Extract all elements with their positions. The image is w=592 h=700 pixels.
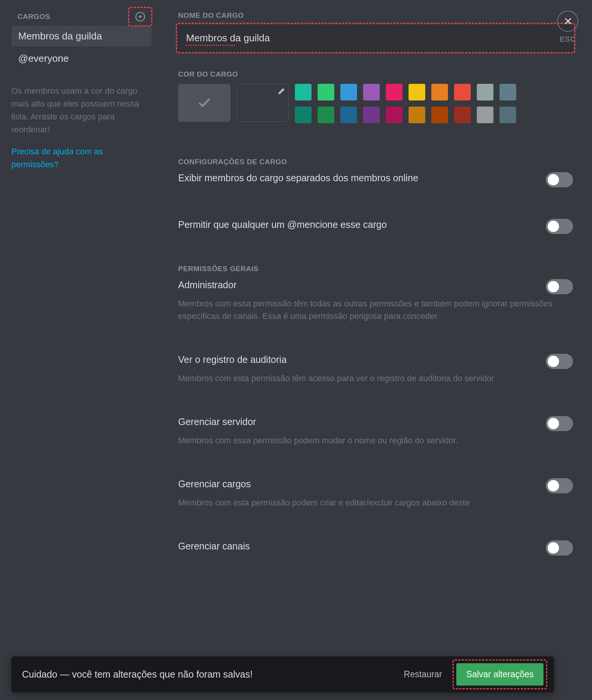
permission-title: Gerenciar canais [178, 540, 534, 553]
restore-button[interactable]: Restaurar [397, 665, 449, 684]
setting-toggle[interactable] [546, 219, 573, 234]
roles-sidebar: CARGOS Membros da guilda@everyone Os mem… [0, 0, 163, 700]
color-swatch[interactable] [409, 107, 425, 123]
permission-toggle[interactable] [546, 354, 573, 369]
color-swatch[interactable] [386, 84, 402, 100]
color-swatch[interactable] [409, 84, 425, 100]
permission-row: Gerenciar servidorMembros com essa permi… [178, 415, 573, 447]
sidebar-role-membros[interactable]: Membros da guilda [11, 26, 152, 47]
permissions-help-link[interactable]: Precisa de ajuda com as permissões? [11, 145, 152, 171]
main-divider [178, 337, 573, 338]
color-swatch[interactable] [340, 84, 357, 100]
close-label: ESC [557, 35, 578, 44]
color-swatch[interactable] [363, 107, 380, 123]
permission-toggle[interactable] [546, 540, 573, 556]
role-editor-main: NOME DO CARGO COR DO CARGO CONFIGURAÇÕES… [163, 0, 592, 700]
close-button[interactable]: ✕ [557, 11, 578, 32]
main-divider [178, 249, 573, 250]
permission-desc: Membros com esta permissão podem criar e… [178, 496, 573, 509]
color-swatch[interactable] [477, 107, 493, 123]
permission-row: Ver o registro de auditoriaMembros com e… [178, 353, 573, 385]
color-swatch[interactable] [318, 84, 334, 100]
sidebar-help-text: Os membros usam a cor do cargo mais alto… [11, 85, 152, 136]
color-swatch[interactable] [431, 84, 448, 100]
permission-title: Ver o registro de auditoria [178, 353, 534, 366]
permission-desc: Membros com essa permissão têm todas as … [178, 297, 573, 322]
color-swatch[interactable] [295, 84, 312, 100]
permission-toggle[interactable] [546, 416, 573, 431]
color-swatch[interactable] [454, 107, 471, 123]
main-divider [178, 400, 573, 400]
main-divider [178, 202, 573, 203]
sidebar-title: CARGOS [17, 13, 50, 21]
permission-toggle[interactable] [546, 478, 573, 493]
main-divider [178, 524, 573, 524]
permission-title: Gerenciar servidor [178, 415, 534, 428]
role-name-label: NOME DO CARGO [178, 11, 573, 20]
setting-toggle[interactable] [546, 172, 573, 187]
permission-row: AdministradorMembros com essa permissão … [178, 278, 573, 322]
main-divider [178, 462, 573, 462]
setting-title: Exibir membros do cargo separados dos me… [178, 171, 534, 185]
role-setting-row: Exibir membros do cargo separados dos me… [178, 171, 573, 187]
color-swatch[interactable] [295, 107, 312, 123]
permission-title: Gerenciar cargos [178, 477, 534, 491]
permission-toggle[interactable] [546, 279, 573, 294]
color-swatch[interactable] [363, 84, 380, 100]
main-divider [178, 142, 573, 143]
close-icon: ✕ [564, 15, 572, 28]
unsaved-text: Cuidado — você tem alterações que não fo… [22, 669, 389, 680]
setting-title: Permitir que qualquer um @mencione esse … [178, 218, 534, 231]
permission-desc: Membros com esta permissão têm acesso pa… [178, 372, 573, 385]
sidebar-divider [17, 77, 146, 77]
role-name-input[interactable] [178, 25, 573, 51]
add-role-button[interactable] [135, 11, 146, 22]
save-button[interactable]: Salvar alterações [456, 663, 543, 686]
color-swatch[interactable] [454, 84, 471, 100]
role-color-label: COR DO CARGO [178, 70, 573, 78]
role-setting-row: Permitir que qualquer um @mencione esse … [178, 218, 573, 234]
role-settings-label: CONFIGURAÇÕES DE CARGO [178, 158, 573, 166]
color-custom-picker[interactable] [236, 84, 289, 122]
color-swatch[interactable] [431, 107, 448, 123]
color-swatch[interactable] [477, 84, 493, 100]
general-perms-label: PERMISSÕES GERAIS [178, 265, 573, 273]
eyedropper-icon [277, 87, 285, 96]
color-swatch[interactable] [318, 107, 334, 123]
color-swatch[interactable] [500, 107, 516, 123]
sidebar-role-everyone[interactable]: @everyone [11, 48, 152, 69]
permission-desc: Membros com essa permissão podem mudar o… [178, 434, 573, 447]
color-swatch[interactable] [340, 107, 357, 123]
permission-title: Administrador [178, 278, 534, 292]
check-icon [197, 96, 211, 110]
permission-row: Gerenciar cargosMembros com esta permiss… [178, 477, 573, 509]
color-swatch[interactable] [386, 107, 402, 123]
unsaved-changes-bar: Cuidado — você tem alterações que não fo… [11, 656, 554, 692]
color-default-swatch[interactable] [178, 84, 230, 122]
permission-row: Gerenciar canais [178, 540, 573, 556]
color-swatch[interactable] [500, 84, 516, 100]
